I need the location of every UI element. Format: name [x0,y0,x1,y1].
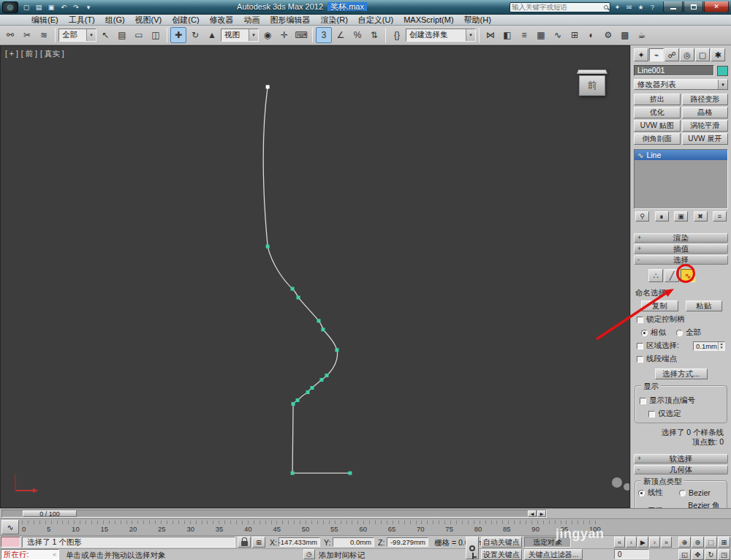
zoom-extents-all-icon[interactable]: ⊞ [718,537,730,548]
spline-vertex[interactable] [297,295,300,299]
modifier-button[interactable]: 倒角剖面 [634,133,681,145]
zoom-icon[interactable]: ⊕ [678,537,691,548]
auto-key-button[interactable]: 自动关键点 [481,537,522,548]
paste-button[interactable]: 粘贴 [686,300,723,311]
spinner-arrows-icon[interactable]: ▲▼ [718,342,724,350]
copy-button[interactable]: 复制 [641,300,678,311]
spline-vertex[interactable] [291,472,295,475]
rollout-selection[interactable]: - 选择 [634,255,728,265]
bind-to-space-warp-icon[interactable]: ≋ [36,27,52,43]
spline-curve[interactable] [263,87,350,473]
modifier-list-dropdown[interactable]: 修改器列表 ▼ [634,79,728,90]
modifier-button[interactable]: 涡轮平滑 [682,120,729,132]
all-radio[interactable]: 全部 [676,328,701,338]
use-pivot-center-icon[interactable]: ◉ [260,27,276,43]
configure-modifier-sets-icon[interactable]: ≡ [713,211,727,222]
menu-item[interactable]: 视图(V) [130,15,167,25]
spline-vertex[interactable] [319,378,323,382]
select-by-button[interactable]: 选择方式... [655,368,708,379]
stack-row-line[interactable]: ∿ Line [635,150,727,160]
favorites-icon[interactable]: ★ [635,2,646,12]
time-slider-track[interactable]: 0 / 100 ◀ ▶ [1,510,547,518]
menu-item[interactable]: 渲染(R) [316,15,353,25]
new-scene-icon[interactable]: ▢ [20,1,32,12]
similar-radio[interactable]: 相似 [641,328,666,338]
maximize-button[interactable] [683,1,703,12]
zoom-extents-icon[interactable]: ⬚ [705,537,717,548]
motion-tab[interactable]: ◎ [680,48,694,61]
pin-stack-icon[interactable]: ⚲ [635,211,649,222]
spline-vertex[interactable] [266,245,270,249]
spinner-snap-icon[interactable]: ⇅ [366,27,382,43]
minimize-button[interactable] [663,1,683,12]
display-tab[interactable]: ▢ [695,48,710,61]
maxscript-listener-pane[interactable]: 所在行: < [1,549,59,560]
modifier-button[interactable]: UVW 展开 [682,133,729,145]
rollout-soft-selection[interactable]: + 软选择 [634,454,728,463]
set-keys-button[interactable] [466,537,479,559]
vertex-type-radio[interactable]: 平滑 [638,501,679,508]
macro-recorder-pane[interactable] [1,537,20,548]
edit-named-selection-sets-icon[interactable]: {} [389,27,405,43]
x-coordinate-field[interactable]: -147.433mm [279,537,320,547]
named-selection-set-dropdown[interactable]: 创建选择集▼ [406,29,476,42]
rollout-geometry[interactable]: - 几何体 [634,465,728,474]
modifier-stack[interactable]: ∿ Line [634,149,728,209]
hierarchy-tab[interactable]: ☍ [664,48,679,61]
selection-lock-icon[interactable] [238,537,251,548]
search-icon[interactable] [604,5,608,10]
set-key-button[interactable]: 设置关键点 [481,549,522,560]
remove-modifier-icon[interactable]: ✖ [694,211,708,222]
spline-vertex[interactable] [325,374,328,377]
render-setup-icon[interactable]: ⚙ [600,27,616,43]
spline-vertex[interactable] [292,402,295,406]
menu-item[interactable]: 动画 [239,15,265,25]
spline-vertex[interactable] [266,85,270,88]
object-color-swatch[interactable] [717,66,728,76]
angle-snap-icon[interactable]: ∠ [333,27,349,43]
y-coordinate-field[interactable]: 0.0mm [333,537,374,547]
modifier-button[interactable]: 路径变形 [682,94,729,105]
select-and-scale-icon[interactable]: ▲ [204,27,220,43]
spline-vertex[interactable] [296,398,300,402]
maximize-viewport-icon[interactable]: ◳ [718,549,730,560]
object-name-field[interactable]: Line001 [634,65,714,76]
viewport-menu-general[interactable]: [ + ] [5,49,18,59]
viewcube-top-face[interactable] [577,69,607,74]
viewcube-front-face[interactable]: 前 [579,75,605,96]
zoom-all-icon[interactable]: ⊛ [692,537,704,548]
add-time-tag[interactable]: 添加时间标记 [319,550,365,560]
keyboard-override-icon[interactable]: ⌨ [293,27,309,43]
spline-vertex[interactable] [311,386,314,390]
align-icon[interactable]: ◧ [499,27,515,43]
viewport-menu-view[interactable]: [ 前 ] [21,49,37,59]
rectangular-selection-region-icon[interactable]: ▭ [131,27,147,43]
menu-item[interactable]: 编辑(E) [26,15,64,25]
select-by-name-icon[interactable]: ▤ [114,27,130,43]
absolute-mode-icon[interactable]: ⊞ [252,537,265,548]
z-coordinate-field[interactable]: -99.279mm [387,537,428,547]
key-filter-selection-dropdown[interactable]: 选定对象 [524,537,571,548]
close-button[interactable]: ✕ [704,1,729,12]
show-vertex-numbers-checkbox[interactable]: 显示顶点编号 [640,396,724,406]
mini-curve-editor-icon[interactable]: ∿ [1,520,19,534]
spline-vertex[interactable] [306,390,310,394]
undo-icon[interactable]: ↶ [58,1,69,12]
selection-filter-dropdown[interactable]: 全部▼ [58,29,96,42]
next-frame-arrow[interactable]: ▶ [537,510,546,517]
window-crossing-icon[interactable]: ◫ [148,27,164,43]
rollout-render[interactable]: + 渲染 [634,233,728,243]
viewport-menu-shading[interactable]: [ 真实 ] [40,49,64,59]
search-input[interactable] [512,3,604,11]
listener-scroll-icon[interactable]: < [53,551,56,558]
menu-item[interactable]: 修改器 [205,15,239,25]
rollout-interpolation[interactable]: + 插值 [634,244,728,254]
viewport-front[interactable]: [ + ] [ 前 ] [ 真实 ] 前 [0,45,630,508]
area-threshold-field[interactable]: 0.1mm ▲▼ [693,341,725,351]
menu-item[interactable]: 帮助(H) [459,15,496,25]
show-end-result-icon[interactable]: ∎ [655,211,669,222]
spline-vertex[interactable] [317,319,320,322]
material-editor-icon[interactable]: ◐ [583,27,599,43]
save-file-icon[interactable]: ▣ [45,1,57,12]
render-production-icon[interactable]: ☕ [634,27,650,43]
